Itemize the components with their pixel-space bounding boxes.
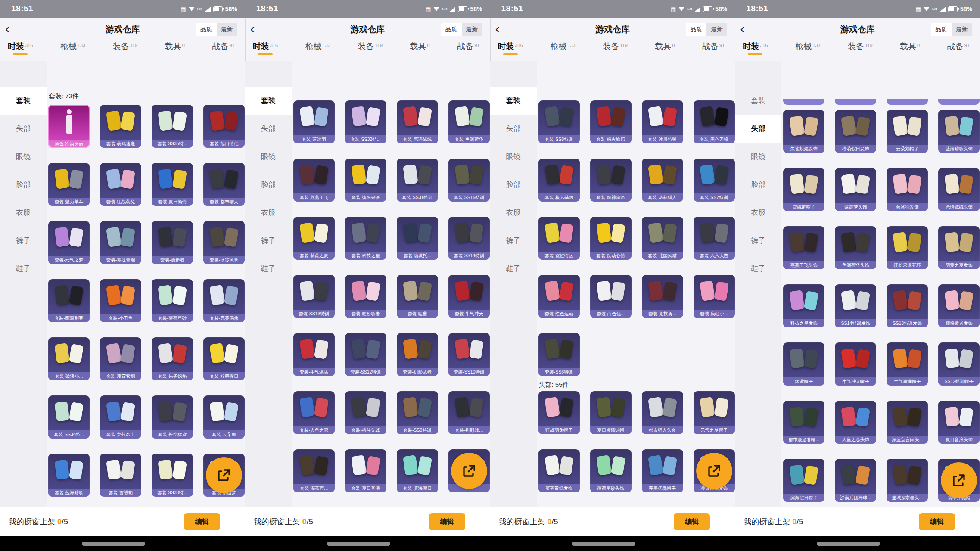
sidebar-item-鞋子[interactable]: 鞋子: [0, 255, 47, 283]
item-card[interactable]: 套装-小丑鱼: [100, 279, 141, 322]
edit-button[interactable]: 编辑: [184, 513, 220, 530]
item-card[interactable]: 套装-深蓝宣...: [293, 449, 335, 492]
filter-latest-button[interactable]: 最新: [217, 23, 237, 36]
sidebar-item-衣服[interactable]: 衣服: [245, 199, 292, 227]
item-card[interactable]: SS13特训发饰: [887, 284, 928, 327]
item-card[interactable]: 紫霞梦头饰: [835, 168, 876, 211]
item-card[interactable]: 柠萌假日发饰: [835, 110, 876, 153]
item-card[interactable]: 科技之星发饰: [783, 284, 824, 327]
tab-载具[interactable]: 载具0: [165, 41, 185, 61]
sidebar-item-裤子[interactable]: 裤子: [245, 227, 292, 255]
item-card[interactable]: 套装-核芯基因: [538, 159, 580, 202]
edit-button[interactable]: 编辑: [429, 513, 465, 530]
filter-quality-button[interactable]: 品质: [441, 23, 462, 36]
sidebar-item-脸部[interactable]: 脸部: [0, 171, 47, 199]
item-card[interactable]: 套装-SS12特训: [345, 333, 386, 376]
item-card[interactable]: 耀粉歌者发饰: [938, 284, 980, 327]
edit-button[interactable]: 编辑: [919, 513, 955, 530]
share-fab-button[interactable]: [696, 453, 732, 489]
item-card[interactable]: 套装-霓虹街区: [538, 217, 580, 260]
item-card[interactable]: 燕燕于飞头饰: [783, 226, 824, 269]
item-card[interactable]: 套装-红色运动: [538, 275, 580, 318]
tab-载具[interactable]: 载具0: [410, 41, 430, 61]
item-card[interactable]: 角色-冷漠罗丽: [48, 105, 90, 148]
item-card[interactable]: 套装-冰冻风暴: [203, 221, 245, 264]
sidebar-item-套装[interactable]: 套装: [490, 87, 537, 115]
home-indicator[interactable]: [327, 542, 390, 546]
item-card[interactable]: 人鱼之恋头饰: [835, 401, 876, 444]
tab-装备[interactable]: 装备119: [358, 41, 383, 61]
tab-时装[interactable]: 时装316: [498, 41, 523, 61]
sidebar-item-衣服[interactable]: 衣服: [735, 199, 781, 227]
tab-装备[interactable]: 装备119: [113, 41, 138, 61]
item-card[interactable]: 牛气满满帽子: [887, 342, 928, 386]
tab-装备[interactable]: 装备119: [848, 41, 873, 61]
item-card[interactable]: 鱼渊荷华头饰: [835, 226, 876, 269]
item-card[interactable]: 套装-牛气冲天: [448, 275, 490, 318]
item-card[interactable]: 套装-蓝冰羽: [293, 100, 335, 143]
item-card[interactable]: 套装-牛气满满: [293, 333, 335, 376]
item-card[interactable]: 套装-跃动心情: [590, 217, 632, 260]
share-fab-button[interactable]: [451, 453, 487, 489]
sidebar-item-眼镜[interactable]: 眼镜: [490, 143, 537, 171]
home-indicator[interactable]: [82, 542, 145, 546]
item-card[interactable]: 套装-萌鸡速递: [100, 105, 141, 148]
item-card[interactable]: 蓝海鲸歌头饰: [938, 110, 980, 153]
item-card[interactable]: 套装-长空猛鸢: [152, 395, 193, 439]
item-card[interactable]: 套装-夏日音浪: [345, 449, 386, 492]
share-fab-button[interactable]: [941, 462, 977, 498]
item-card[interactable]: 狂战萌兔帽子: [538, 391, 580, 434]
tab-装备[interactable]: 装备119: [603, 41, 628, 61]
sidebar-item-头部[interactable]: 头部: [245, 115, 292, 143]
sidebar-item-头部[interactable]: 头部: [735, 115, 781, 143]
sidebar-item-裤子[interactable]: 裤子: [735, 227, 781, 255]
sidebar-item-套装[interactable]: 套装: [735, 87, 781, 115]
tab-战备[interactable]: 战备91: [212, 41, 234, 61]
item-card[interactable]: 套装-萌黄之夏: [293, 217, 335, 260]
item-card[interactable]: 雾苍青烟发饰: [538, 449, 580, 492]
filter-latest-button[interactable]: 最新: [952, 23, 972, 36]
item-card[interactable]: 套装-北国风猎: [642, 217, 683, 260]
sidebar-item-套装[interactable]: 套装: [245, 87, 292, 115]
tab-时装[interactable]: 时装316: [743, 41, 768, 61]
home-indicator[interactable]: [817, 542, 880, 546]
item-card[interactable]: 完美偶像帽子: [642, 449, 683, 492]
item-card[interactable]: 套装-恋语绒绒: [397, 100, 438, 143]
item-card[interactable]: 套装-元气之梦: [48, 221, 90, 264]
item-card[interactable]: 套装-SS33特...: [152, 454, 193, 497]
item-card[interactable]: 沙漠兵团棒球...: [835, 459, 876, 502]
tab-载具[interactable]: 载具0: [900, 41, 920, 61]
item-card[interactable]: 套装-丛林猎人: [642, 159, 683, 202]
item-card[interactable]: 套装-黑色刀锋: [694, 100, 735, 143]
item-card[interactable]: 套装-云朵鹅: [203, 395, 245, 439]
tab-载具[interactable]: 载具0: [655, 41, 675, 61]
item-card[interactable]: 套装-柠萌假日: [203, 337, 245, 380]
share-fab-button[interactable]: [206, 457, 242, 493]
item-card[interactable]: 恋语绒绒头饰: [938, 168, 980, 211]
tab-战备[interactable]: 战备91: [947, 41, 970, 61]
item-card[interactable]: 套装-旭日情侣: [203, 105, 245, 148]
tab-枪械[interactable]: 枪械133: [550, 41, 575, 61]
item-card[interactable]: 牛气冲天帽子: [835, 342, 876, 386]
tab-战备[interactable]: 战备91: [702, 41, 725, 61]
tab-枪械[interactable]: 枪械133: [795, 41, 820, 61]
item-card[interactable]: 套装-鹰眼刺客: [48, 279, 90, 322]
item-card[interactable]: 都市猎人头套: [642, 391, 683, 434]
item-card[interactable]: 套装-破浪小...: [48, 337, 90, 380]
item-card[interactable]: 套装-滨海假日: [397, 449, 438, 492]
item-card[interactable]: 套装-鱼渊荷华: [448, 100, 490, 143]
tab-时装[interactable]: 时装316: [8, 41, 33, 61]
sidebar-item-眼镜[interactable]: 眼镜: [245, 143, 292, 171]
tab-枪械[interactable]: 枪械133: [305, 41, 330, 61]
item-card[interactable]: 深蓝宣言家头...: [887, 401, 928, 444]
item-card[interactable]: 套装-SS9特训: [397, 391, 438, 434]
item-card[interactable]: 套装-冰川特警: [642, 100, 683, 143]
item-card[interactable]: 套装-猛鸢: [397, 275, 438, 318]
tab-时装[interactable]: 时装316: [253, 41, 278, 61]
item-card[interactable]: 套装-六六大吉: [694, 217, 735, 260]
item-card[interactable]: 套装-缤纷果派: [345, 159, 386, 202]
sidebar-item-眼镜[interactable]: 眼镜: [0, 143, 47, 171]
item-card[interactable]: 套装-SS31特训: [397, 159, 438, 202]
item-card[interactable]: 滨海假日帽子: [783, 459, 824, 502]
item-card[interactable]: 套装-SS13特训: [293, 275, 335, 318]
